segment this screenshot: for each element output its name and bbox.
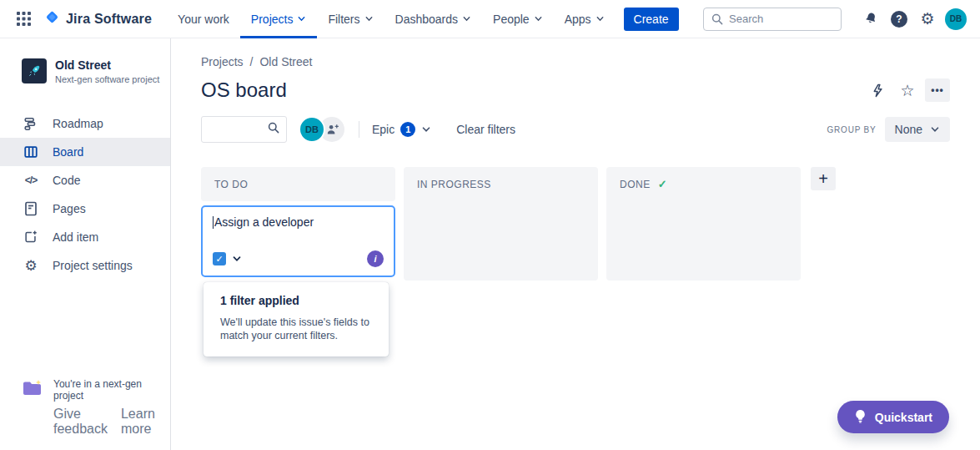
column-done-header: DONE ✓	[606, 167, 801, 201]
chevron-down-icon	[364, 14, 374, 23]
group-by-select[interactable]: None	[885, 117, 950, 142]
quickstart-button[interactable]: Quickstart	[837, 401, 949, 433]
nav-label: Projects	[251, 13, 294, 26]
automation-lightning-icon[interactable]	[865, 78, 890, 102]
nav-label: Dashboards	[395, 13, 459, 26]
help-icon[interactable]: ?	[887, 7, 912, 32]
issue-type-checkbox-icon[interactable]: ✓	[213, 252, 226, 265]
column-drop-area[interactable]	[404, 201, 598, 281]
column-title: IN PROGRESS	[417, 179, 491, 190]
sidebar-item-label: Add item	[53, 230, 98, 244]
jira-logo-icon	[43, 8, 61, 29]
pages-icon	[23, 200, 39, 217]
sidebar-item-roadmap[interactable]: Roadmap	[0, 109, 170, 138]
nav-label: People	[493, 13, 530, 26]
breadcrumb-old-street[interactable]: Old Street	[259, 55, 312, 68]
column-todo: TO DO Assign a developer ✓	[201, 167, 395, 356]
issue-type-chevron-icon[interactable]	[232, 254, 242, 264]
breadcrumb-projects[interactable]: Projects	[201, 55, 244, 68]
board-search[interactable]	[201, 116, 287, 143]
chevron-down-icon	[421, 124, 431, 134]
sidebar-footer: You're in a next-gen project Give feedba…	[0, 378, 170, 450]
project-avatar-rocket-icon	[22, 58, 47, 83]
search-icon	[711, 13, 723, 25]
avatar-initials: DB	[945, 8, 967, 30]
create-button[interactable]: Create	[624, 8, 679, 31]
page-title: OS board	[201, 78, 287, 102]
breadcrumb-separator: /	[250, 55, 254, 68]
sidebar-item-board[interactable]: Board	[0, 138, 170, 166]
star-favorite-icon[interactable]: ☆	[895, 78, 920, 102]
card-controls: ✓ i	[213, 250, 384, 267]
column-todo-header: TO DO	[201, 167, 395, 201]
sidebar-menu: Roadmap Board </> Code	[0, 109, 170, 378]
nav-item-apps[interactable]: Apps	[554, 0, 616, 38]
member-avatars: DB	[299, 116, 344, 143]
epic-filter-dropdown[interactable]: Epic 1	[372, 122, 431, 137]
sidebar-item-add-item[interactable]: Add item	[0, 223, 170, 251]
nav-label: Filters	[328, 13, 359, 26]
member-avatar[interactable]: DB	[299, 116, 325, 143]
project-name: Old Street	[55, 58, 159, 72]
next-gen-message: You're in a next-gen project	[53, 378, 162, 402]
group-by-value: None	[895, 123, 922, 136]
sidebar-item-project-settings[interactable]: ⚙ Project settings	[0, 251, 170, 280]
more-options-icon[interactable]: •••	[925, 78, 950, 102]
project-header[interactable]: Old Street Next-gen software project	[0, 58, 170, 84]
gear-glyph: ⚙	[920, 11, 934, 27]
sidebar-item-code[interactable]: </> Code	[0, 166, 170, 195]
epic-count-badge: 1	[400, 122, 415, 137]
breadcrumb: Projects / Old Street	[201, 55, 950, 68]
app-switcher-icon[interactable]	[10, 6, 37, 33]
help-glyph: ?	[896, 13, 902, 25]
roadmap-icon	[23, 115, 39, 132]
nav-label: Apps	[565, 13, 591, 26]
nav-item-your-work[interactable]: Your work	[167, 0, 240, 38]
board-icon	[23, 144, 39, 160]
filter-info-icon[interactable]: i	[367, 250, 384, 267]
sidebar-item-label: Code	[53, 174, 80, 187]
add-column-button[interactable]: +	[811, 167, 836, 190]
project-type: Next-gen software project	[55, 74, 159, 84]
new-issue-card[interactable]: Assign a developer ✓ i	[201, 205, 395, 277]
board-main: Projects / Old Street OS board ☆ •••	[171, 38, 980, 450]
jira-logo[interactable]: Jira Software	[43, 8, 152, 29]
chevron-down-icon	[534, 14, 543, 23]
sidebar-item-pages[interactable]: Pages	[0, 195, 170, 223]
chevron-down-icon	[297, 14, 306, 23]
board-search-input[interactable]	[209, 124, 267, 136]
epic-label: Epic	[372, 123, 395, 136]
primary-nav: Your work Projects Filters Dashboards Pe…	[167, 0, 615, 38]
text-caret	[213, 216, 214, 229]
learn-more-link[interactable]: Learn more	[121, 407, 162, 437]
sidebar-item-label: Project settings	[53, 259, 133, 272]
nav-item-people[interactable]: People	[482, 0, 554, 38]
clear-filters-link[interactable]: Clear filters	[456, 123, 515, 136]
user-avatar[interactable]: DB	[943, 7, 968, 32]
project-sidebar: Old Street Next-gen software project Roa…	[0, 38, 171, 450]
column-in-progress-header: IN PROGRESS	[404, 167, 598, 201]
code-icon: </>	[23, 172, 39, 189]
global-search-input[interactable]	[729, 13, 821, 25]
board-columns: TO DO Assign a developer ✓	[201, 167, 950, 356]
global-search[interactable]	[703, 8, 842, 31]
done-check-icon: ✓	[658, 178, 667, 190]
column-in-progress: IN PROGRESS	[404, 167, 598, 281]
issue-summary-input[interactable]: Assign a developer	[213, 215, 384, 229]
column-drop-area[interactable]	[606, 201, 801, 281]
board-actions: ☆ •••	[865, 78, 950, 102]
logo-text: Jira Software	[66, 12, 152, 27]
search-icon	[268, 122, 279, 137]
project-settings-gear-icon: ⚙	[23, 257, 39, 274]
notifications-bell-icon[interactable]	[858, 7, 883, 32]
issue-summary-text: Assign a developer	[214, 215, 314, 229]
project-title-block: Old Street Next-gen software project	[55, 58, 159, 84]
give-feedback-link[interactable]: Give feedback	[53, 407, 108, 437]
board-toolbar: DB Epic 1 Clear filters GROUP BY N	[201, 115, 950, 144]
nav-item-projects[interactable]: Projects	[240, 0, 318, 38]
nav-item-filters[interactable]: Filters	[317, 0, 384, 38]
nav-item-dashboards[interactable]: Dashboards	[384, 0, 483, 38]
settings-gear-icon[interactable]: ⚙	[915, 7, 940, 32]
sidebar-item-label: Pages	[53, 202, 86, 215]
column-title: TO DO	[214, 179, 248, 190]
